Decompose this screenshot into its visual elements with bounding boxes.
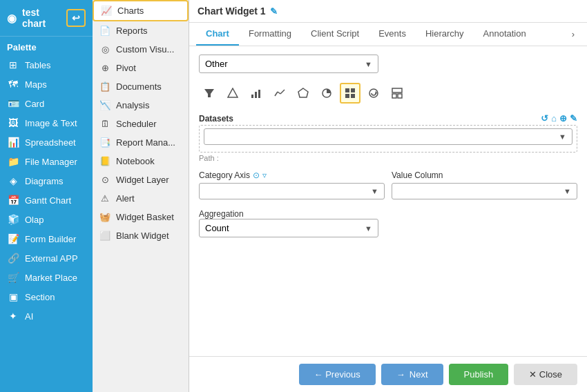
svg-rect-17 <box>398 94 402 98</box>
external-app-icon: 🔗 <box>7 253 19 264</box>
card-label: Card <box>25 99 44 109</box>
tab-more-button[interactable]: › <box>566 23 580 45</box>
chart-icon-grid[interactable] <box>340 83 360 104</box>
chart-icon-line[interactable] <box>269 83 290 104</box>
file-manager-icon: 📁 <box>7 156 19 167</box>
chart-type-dropdown[interactable]: Other ▼ <box>199 55 378 73</box>
widget-layer-label: Widget Layer <box>116 175 169 185</box>
sidebar-item-external-app[interactable]: 🔗External APP <box>0 248 93 268</box>
custom-visu-label: Custom Visu... <box>116 44 174 55</box>
sidebar-item-market-place[interactable]: 🛒Market Place <box>0 268 93 287</box>
middle-item-custom-visu[interactable]: ◎Custom Visu... <box>93 40 189 59</box>
dataset-arrow: ▼ <box>559 133 566 141</box>
chart-icon-tree[interactable] <box>387 83 407 104</box>
chart-icon-filter[interactable] <box>199 83 220 104</box>
chart-icon-pentagon[interactable] <box>293 83 314 104</box>
diagrams-icon: ◈ <box>7 175 19 186</box>
datasets-section-wrapper: Datasets ↺ ⌂ ⊕ ✎ ▼ Path : <box>199 113 577 164</box>
category-axis-dropdown[interactable]: ▼ <box>199 183 385 199</box>
sidebar-item-gantt-chart[interactable]: 📅Gantt Chart <box>0 190 93 210</box>
previous-button[interactable]: ← Previous <box>299 364 376 385</box>
middle-item-notebook[interactable]: 📒Notebook <box>93 152 189 170</box>
spreadsheet-label: Spreadsheet <box>25 137 76 148</box>
analysis-label: Analysis <box>116 100 149 110</box>
path-row: Path : <box>199 153 577 164</box>
tab-hierarchy[interactable]: Hierarchy <box>416 23 474 46</box>
market-place-icon: 🛒 <box>7 272 19 283</box>
sidebar-item-form-builder[interactable]: 📝Form Builder <box>0 229 93 248</box>
report-mana-label: Report Mana... <box>116 137 175 148</box>
middle-item-report-mana[interactable]: 📑Report Mana... <box>93 133 189 152</box>
middle-item-analysis[interactable]: 📉Analysis <box>93 96 189 115</box>
home-icon[interactable]: ⌂ <box>551 113 557 124</box>
refresh-icon[interactable]: ↺ <box>541 113 548 124</box>
maps-icon: 🗺 <box>7 79 19 90</box>
chart-icon-pie[interactable] <box>316 83 337 104</box>
middle-item-widget-basket[interactable]: 🧺Widget Basket <box>93 208 189 226</box>
edit-title-icon[interactable]: ✎ <box>270 6 278 17</box>
gantt-chart-label: Gantt Chart <box>25 195 71 206</box>
sidebar-item-ai[interactable]: ✦AI <box>0 306 93 326</box>
publish-button[interactable]: Publish <box>449 364 509 385</box>
category-sort-icon[interactable]: ▿ <box>262 170 267 180</box>
aggregation-inner: Count ▼ <box>199 219 577 237</box>
back-button[interactable]: ↩ <box>66 9 86 27</box>
sidebar-item-card[interactable]: 🪪Card <box>0 94 93 113</box>
aggregation-arrow: ▼ <box>365 224 372 233</box>
svg-line-7 <box>280 90 285 94</box>
middle-item-documents[interactable]: 📋Documents <box>93 77 189 96</box>
chart-icon-bar[interactable] <box>246 83 267 104</box>
next-button[interactable]: → Next <box>381 364 443 385</box>
value-column-arrow: ▼ <box>564 187 571 195</box>
sidebar-item-diagrams[interactable]: ◈Diagrams <box>0 171 93 190</box>
tab-formatting[interactable]: Formatting <box>239 23 301 46</box>
svg-rect-3 <box>255 92 257 98</box>
file-manager-label: File Manager <box>25 157 77 167</box>
middle-item-alert[interactable]: ⚠Alert <box>93 189 189 208</box>
middle-item-reports[interactable]: 📄Reports <box>93 21 189 40</box>
middle-item-widget-layer[interactable]: ⊙Widget Layer <box>93 170 189 189</box>
middle-item-charts[interactable]: 📈Charts <box>93 0 189 21</box>
aggregation-section: Aggregation Count ▼ <box>199 209 577 237</box>
tab-events[interactable]: Events <box>369 23 416 46</box>
middle-item-blank-widget[interactable]: ⬜Blank Widget <box>93 226 189 245</box>
sidebar-item-image-text[interactable]: 🖼Image & Text <box>0 113 93 133</box>
sidebar-item-file-manager[interactable]: 📁File Manager <box>0 152 93 171</box>
svg-rect-4 <box>258 90 260 98</box>
tab-chart[interactable]: Chart <box>196 23 239 46</box>
add-icon[interactable]: ⊕ <box>559 113 567 124</box>
publish-label: Publish <box>464 369 494 380</box>
sidebar-item-section[interactable]: ▣Section <box>0 287 93 306</box>
middle-item-pivot[interactable]: ⊕Pivot <box>93 59 189 77</box>
aggregation-dropdown[interactable]: Count ▼ <box>199 219 378 237</box>
middle-item-scheduler[interactable]: 🗓Scheduler <box>93 115 189 133</box>
edit-dataset-icon[interactable]: ✎ <box>570 113 577 124</box>
chart-icon-circular[interactable] <box>363 83 384 104</box>
sidebar-item-spreadsheet[interactable]: 📊Spreadsheet <box>0 133 93 152</box>
section-label: Section <box>25 292 55 302</box>
chart-type-value: Other <box>205 59 228 69</box>
tab-annotation[interactable]: Annotation <box>474 23 536 46</box>
svg-rect-16 <box>392 94 396 98</box>
category-axis-icon[interactable]: ⊙ <box>253 170 260 180</box>
close-button[interactable]: ✕ Close <box>514 364 577 385</box>
previous-label: ← Previous <box>314 369 360 380</box>
chart-icon-triangle[interactable] <box>222 83 243 104</box>
svg-rect-15 <box>392 88 402 92</box>
market-place-label: Market Place <box>25 273 77 283</box>
sidebar-item-maps[interactable]: 🗺Maps <box>0 75 93 94</box>
tab-client-script[interactable]: Client Script <box>301 23 369 46</box>
dataset-dropdown[interactable]: ▼ <box>204 128 572 145</box>
app-title: test chart <box>22 7 61 29</box>
sidebar-header: ◉ test chart ↩ <box>0 0 93 37</box>
tables-label: Tables <box>25 60 51 70</box>
value-column-dropdown[interactable]: ▼ <box>392 183 577 199</box>
svg-rect-10 <box>345 88 349 92</box>
aggregation-label-text: Aggregation <box>199 209 244 219</box>
image-text-icon: 🖼 <box>7 117 19 128</box>
scheduler-icon: 🗓 <box>99 119 110 129</box>
sidebar-item-olap[interactable]: 🧊Olap <box>0 210 93 229</box>
olap-label: Olap <box>25 215 44 225</box>
sidebar-item-tables[interactable]: ⊞Tables <box>0 55 93 75</box>
axis-columns-row: Category Axis ⊙ ▿ ▼ Value Column <box>199 170 577 199</box>
